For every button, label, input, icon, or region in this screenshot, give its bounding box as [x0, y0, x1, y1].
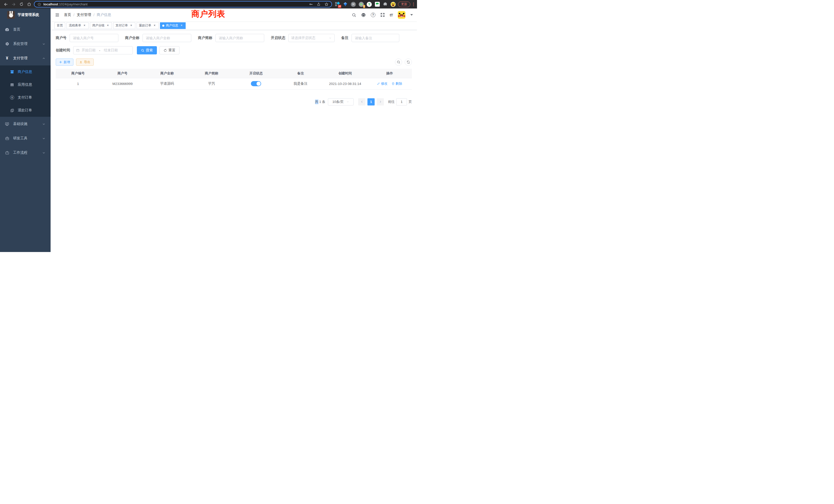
- page-size-select[interactable]: 10条/页: [328, 98, 354, 106]
- extension-recorder-icon[interactable]: 1: [358, 2, 364, 7]
- url-path: :1024/pay/merchant: [58, 2, 88, 6]
- sidebar-item-infra[interactable]: 基础设施: [0, 117, 50, 131]
- tab-user-group[interactable]: 用户分组×: [90, 22, 112, 29]
- chevron-down-icon: [42, 151, 45, 155]
- col-actions: 操作: [368, 69, 412, 78]
- sidebar-item-label: 商户信息: [18, 70, 32, 74]
- delete-link[interactable]: 删除: [392, 81, 402, 86]
- sidebar-collapse-icon[interactable]: [55, 13, 60, 17]
- status-toggle[interactable]: [251, 81, 261, 86]
- extension-y-icon[interactable]: Y: [367, 2, 372, 7]
- help-icon[interactable]: ?: [371, 13, 375, 17]
- date-start-placeholder[interactable]: 开始日期: [82, 48, 95, 53]
- tab-home[interactable]: 首页: [54, 22, 65, 29]
- status-label: 开启状态: [271, 36, 285, 40]
- sidebar-item-workflow[interactable]: 工作流程: [0, 145, 50, 160]
- close-icon[interactable]: ×: [153, 24, 156, 27]
- share-icon[interactable]: [317, 2, 321, 6]
- extensions-puzzle-icon[interactable]: [382, 2, 388, 7]
- sidebar-item-label: 退款订单: [18, 108, 32, 113]
- sidebar-item-label: 首页: [13, 27, 20, 32]
- chevron-down-icon: [42, 42, 45, 46]
- goto-page-input[interactable]: [396, 98, 407, 106]
- sidebar-item-app-info[interactable]: 应用信息: [0, 78, 50, 91]
- browser-menu-icon[interactable]: [412, 3, 415, 6]
- col-remark: 备注: [278, 69, 323, 78]
- extension-tabs-icon[interactable]: 10: [334, 2, 340, 7]
- extension-chat-icon[interactable]: [374, 2, 380, 7]
- sidebar-item-label: 系统管理: [13, 42, 27, 46]
- yen-icon: ¥: [5, 56, 9, 61]
- search-button[interactable]: 搜索: [137, 46, 157, 54]
- page-content: 商户号 商户全称 商户简称 开启状态 请选择开启状态: [50, 30, 417, 252]
- sidebar-item-devtools[interactable]: 研发工具: [0, 131, 50, 145]
- sidebar-item-refund-order[interactable]: 退款订单: [0, 104, 50, 117]
- font-size-icon[interactable]: tT: [390, 13, 393, 17]
- reload-icon[interactable]: [18, 1, 25, 8]
- toggle-search-button[interactable]: [395, 59, 402, 66]
- github-icon[interactable]: [361, 13, 366, 18]
- breadcrumb-separator: /: [73, 13, 74, 17]
- sidebar-item-home[interactable]: 首页: [0, 22, 50, 37]
- cell-merchant-id: 1: [56, 78, 100, 89]
- avatar-dropdown-caret[interactable]: [410, 14, 413, 16]
- extension-command-icon[interactable]: ⌘: [351, 2, 356, 7]
- bookmark-star-icon[interactable]: [325, 2, 328, 6]
- page-number-1[interactable]: 1: [368, 98, 375, 106]
- address-bar[interactable]: localhost:1024/pay/merchant: [34, 1, 332, 7]
- user-avatar[interactable]: [398, 11, 405, 19]
- full-name-input[interactable]: [142, 34, 191, 42]
- yen-circle-icon: ¥: [10, 95, 14, 99]
- back-icon[interactable]: [2, 1, 10, 8]
- tab-process-form[interactable]: 流程表单×: [66, 22, 89, 29]
- browser-update-button[interactable]: 更新: [398, 2, 410, 7]
- briefcase-icon: [5, 151, 9, 155]
- sidebar-item-system[interactable]: 系统管理: [0, 37, 50, 51]
- close-icon[interactable]: ×: [129, 24, 133, 27]
- reset-button[interactable]: 重置: [159, 46, 179, 54]
- grid-table-icon: [10, 83, 14, 87]
- refresh-table-button[interactable]: [405, 59, 412, 66]
- status-select[interactable]: 请选择开启状态: [288, 34, 334, 42]
- profile-smiley-icon[interactable]: [390, 2, 396, 7]
- header-search-icon[interactable]: [352, 13, 356, 17]
- breadcrumb-home[interactable]: 首页: [64, 13, 71, 17]
- merchant-no-input[interactable]: [70, 34, 118, 42]
- close-icon[interactable]: ×: [180, 24, 183, 27]
- extension-badge: 10: [338, 5, 341, 8]
- site-info-icon[interactable]: [38, 3, 41, 6]
- sidebar-logo[interactable]: 芋道管理系统: [0, 8, 50, 21]
- breadcrumb-pay[interactable]: 支付管理: [77, 13, 91, 17]
- next-page-button[interactable]: [377, 98, 384, 106]
- export-button[interactable]: 导出: [76, 59, 94, 66]
- chevron-down-icon: [329, 37, 332, 40]
- sidebar-item-merchant-info[interactable]: 商户信息: [0, 65, 50, 78]
- chevron-up-icon: [42, 57, 45, 60]
- home-icon[interactable]: [25, 1, 33, 8]
- sidebar-submenu-pay: 商户信息 应用信息 ¥ 支付订单: [0, 65, 50, 117]
- remark-input[interactable]: [352, 34, 399, 42]
- prev-page-button[interactable]: [358, 98, 366, 106]
- tab-pay-order[interactable]: 支付订单×: [113, 22, 135, 29]
- short-name-input[interactable]: [215, 34, 264, 42]
- sidebar-item-pay-order[interactable]: ¥ 支付订单: [0, 91, 50, 104]
- fullscreen-icon[interactable]: [380, 13, 385, 17]
- extension-gem-icon[interactable]: [343, 2, 348, 7]
- breadcrumb: 首页 / 支付管理 / 商户信息: [64, 13, 111, 17]
- dashboard-icon: [5, 27, 9, 32]
- sidebar-item-pay[interactable]: ¥ 支付管理: [0, 51, 50, 65]
- password-key-icon[interactable]: [309, 2, 313, 6]
- forward-icon[interactable]: [10, 1, 18, 8]
- close-icon[interactable]: ×: [83, 24, 86, 27]
- date-range-picker[interactable]: 开始日期 - 结束日期: [73, 46, 133, 54]
- date-end-placeholder[interactable]: 结束日期: [104, 48, 118, 53]
- toolbox-icon: [5, 136, 9, 141]
- add-button[interactable]: 新增: [56, 59, 73, 66]
- edit-link[interactable]: 修改: [377, 81, 388, 86]
- chevron-down-icon: [42, 122, 45, 126]
- tab-refund-order[interactable]: 退款订单×: [137, 22, 159, 29]
- close-icon[interactable]: ×: [106, 24, 110, 27]
- sidebar-item-label: 工作流程: [13, 151, 27, 155]
- tab-merchant-info[interactable]: 商户信息×: [160, 22, 185, 29]
- table-row: 1 M233666999 芋道源码 芋艿 我是备注 2021-10-23 08:…: [56, 78, 412, 89]
